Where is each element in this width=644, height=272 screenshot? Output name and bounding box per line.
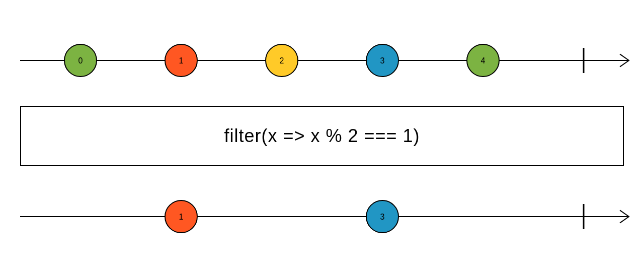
input-marble-4: 4 <box>467 44 499 77</box>
marble-value: 0 <box>78 56 83 65</box>
marble-value: 4 <box>481 56 486 65</box>
output-timeline: 13 <box>20 200 629 233</box>
marble-value: 3 <box>380 213 385 221</box>
output-marble-3: 3 <box>366 200 398 233</box>
input-marble-1: 1 <box>165 44 197 77</box>
marble-value: 3 <box>380 56 385 65</box>
input-marble-3: 3 <box>366 44 398 77</box>
operator-label: filter(x => x % 2 === 1) <box>224 125 420 147</box>
output-marble-1: 1 <box>165 200 197 233</box>
marble-value: 1 <box>179 56 184 65</box>
operator-box: filter(x => x % 2 === 1) <box>20 106 624 166</box>
marble-value: 1 <box>179 213 184 221</box>
marble-value: 2 <box>280 56 284 65</box>
input-marble-2: 2 <box>266 44 298 77</box>
input-marble-0: 0 <box>64 44 97 77</box>
input-timeline: 01234 <box>20 44 629 77</box>
